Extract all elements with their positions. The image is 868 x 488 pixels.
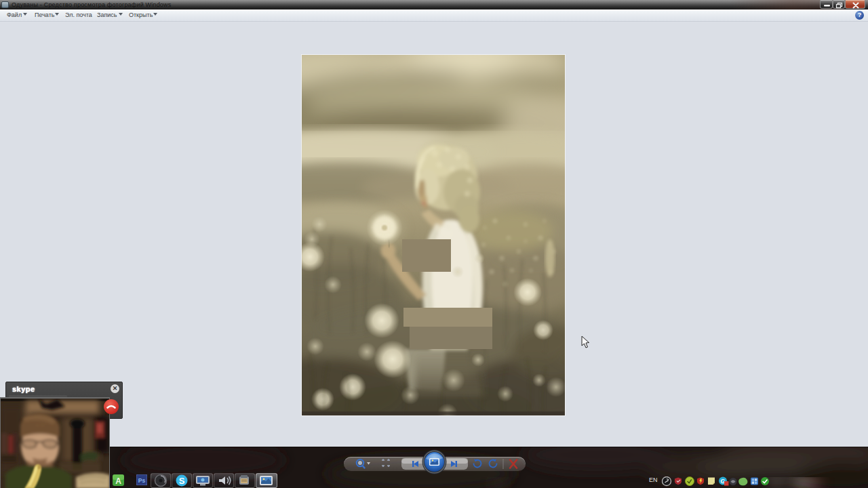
svg-text:A: A bbox=[115, 476, 121, 486]
svg-text:S: S bbox=[179, 476, 185, 486]
svg-text:Ps: Ps bbox=[138, 477, 146, 484]
